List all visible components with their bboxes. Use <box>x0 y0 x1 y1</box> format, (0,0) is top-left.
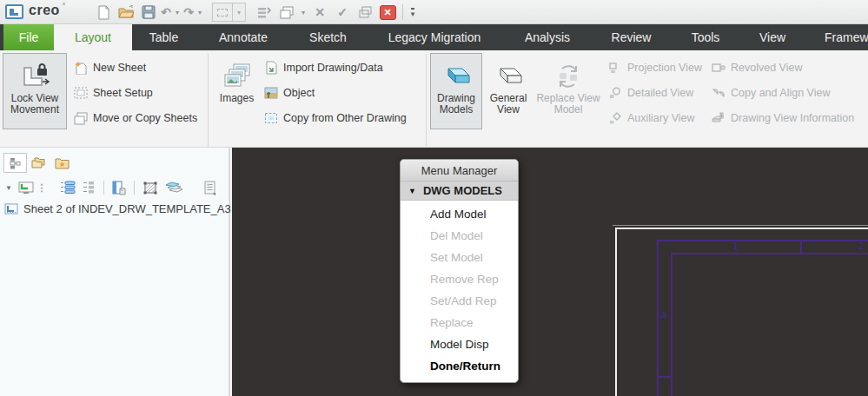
customize-qat-button[interactable]: ▾ <box>407 3 419 22</box>
button-label: Import Drawing/Data <box>283 62 383 74</box>
tab-annotate[interactable]: Annotate <box>195 24 291 50</box>
button-label: Drawing Models <box>431 93 481 116</box>
tab-label: Table <box>149 30 178 44</box>
toolbar-separator <box>134 181 135 195</box>
regenerate-button[interactable] <box>253 3 275 22</box>
stop-button[interactable]: ✕ <box>376 3 399 22</box>
section-collapse-icon: ▼ <box>408 187 416 195</box>
tab-file[interactable]: File <box>3 24 54 50</box>
zone-row-divider <box>657 376 673 378</box>
menu-manager-title[interactable]: Menu Manager <box>401 160 518 182</box>
show-tree-button[interactable] <box>16 178 36 197</box>
copy-from-other-drawing-button[interactable]: Copy from Other Drawing <box>263 108 407 129</box>
move-copy-sheets-icon <box>74 112 88 125</box>
tree-columns-button[interactable] <box>109 178 129 197</box>
menu-item-add-model[interactable]: Add Model <box>401 203 518 225</box>
drawing-view-info-icon: i <box>712 112 726 124</box>
tab-label: File <box>19 30 39 44</box>
accept-button[interactable]: ✓ <box>331 3 354 22</box>
tab-framework[interactable]: Framework <box>805 24 868 50</box>
tab-folder-browser[interactable] <box>27 153 50 173</box>
tab-view[interactable]: View <box>739 24 805 50</box>
new-file-button[interactable] <box>92 3 115 22</box>
menu-item-model-disp[interactable]: Model Disp <box>401 333 518 355</box>
window-dropdown-icon[interactable]: ▾ <box>298 9 308 16</box>
redo-dropdown-icon[interactable]: ▾ <box>195 9 205 16</box>
drawing-models-button[interactable]: Drawing Models <box>430 53 482 129</box>
window-icon <box>280 6 294 19</box>
drawing-models-icon <box>440 63 473 89</box>
tab-analysis[interactable]: Analysis <box>504 24 591 50</box>
sheet-setup-button[interactable]: Sheet Setup <box>73 82 153 103</box>
filter-frame-icon <box>142 181 158 195</box>
tree-dropdown-icon[interactable]: ▼ <box>2 178 16 197</box>
menu-section-dwg-models[interactable]: ▼ DWG MODELS <box>401 182 518 201</box>
tree-filter-button[interactable] <box>139 178 162 197</box>
select-box-button[interactable] <box>212 3 233 22</box>
lock-view-movement-button[interactable]: Lock View Movement <box>3 53 67 129</box>
open-button[interactable] <box>115 3 137 22</box>
close-window-button[interactable]: ✕ <box>308 3 331 22</box>
sheet-edge-top <box>615 228 868 229</box>
list-expand-icon <box>60 181 76 195</box>
tree-item-label: Sheet 2 of INDEV_DRW_TEMPLATE_A3 <box>23 202 231 215</box>
drawing-canvas[interactable]: 1 2 A <box>232 148 868 396</box>
new-file-icon <box>97 5 110 20</box>
menu-item-set-model: Set Model <box>401 247 518 268</box>
projection-view-icon <box>609 63 621 74</box>
frame-inner-top <box>671 253 868 254</box>
undo-button[interactable]: ↶ <box>160 3 172 22</box>
menu-item-remove-rep: Remove Rep <box>401 268 518 290</box>
layers-icon <box>164 181 183 195</box>
zone-column-divider <box>800 240 802 254</box>
window-button[interactable] <box>275 3 298 22</box>
tab-legacy-migration[interactable]: Legacy Migration <box>365 24 504 50</box>
folders-icon <box>31 157 46 169</box>
tab-review[interactable]: Review <box>591 24 672 50</box>
menu-manager-panel: Menu Manager ▼ DWG MODELS Add Model Del … <box>400 159 519 383</box>
menu-item-del-model: Del Model <box>401 225 518 247</box>
redo-button[interactable]: ↷ <box>182 3 195 22</box>
drawing-view-information-button: i Drawing View Information <box>711 108 854 129</box>
detailed-view-button: Detailed View <box>607 82 693 103</box>
cascade-windows-button[interactable] <box>354 3 376 22</box>
list-collapse-icon <box>82 181 96 195</box>
menu-item-list: Add Model Del Model Set Model Remove Rep… <box>401 201 518 382</box>
sheet-edge-left <box>615 228 617 396</box>
favorites-folder-icon <box>55 157 70 169</box>
tree-item-sheet2[interactable]: Sheet 2 of INDEV_DRW_TEMPLATE_A3 <box>4 202 231 215</box>
button-label: Move or Copy Sheets <box>93 112 197 124</box>
layers-button[interactable] <box>162 178 186 197</box>
tab-layout[interactable]: Layout <box>54 24 132 50</box>
move-or-copy-sheets-button[interactable]: Move or Copy Sheets <box>73 108 197 129</box>
images-icon <box>222 63 253 90</box>
menu-section-label: DWG MODELS <box>423 184 502 197</box>
tab-tools[interactable]: Tools <box>672 24 739 50</box>
images-button[interactable]: Images <box>214 53 260 129</box>
more-options-icon[interactable]: ⋮ <box>36 178 47 197</box>
menu-item-done-return[interactable]: Done/Return <box>401 355 518 377</box>
tab-model-tree[interactable] <box>3 153 27 173</box>
button-label: Detailed View <box>627 87 693 99</box>
object-button[interactable]: Object <box>263 82 315 103</box>
tab-favorites[interactable] <box>50 153 74 173</box>
save-button[interactable] <box>137 3 160 22</box>
tab-sketch[interactable]: Sketch <box>291 24 365 50</box>
new-sheet-button[interactable]: New Sheet <box>73 57 146 78</box>
import-drawing-data-button[interactable]: Import Drawing/Data <box>263 57 383 78</box>
collapse-list-button[interactable] <box>78 178 99 197</box>
cascade-windows-icon <box>359 6 372 19</box>
tree-settings-button[interactable] <box>198 178 221 197</box>
quick-access-toolbar: ↶ ▾ ↷ ▾ ▾ ▾ ✕ ✓ ✕ ▾ <box>92 3 419 22</box>
auxiliary-view-button: Auxiliary View <box>607 108 695 129</box>
zone-label-1: 1 <box>729 241 741 251</box>
zone-label-2: 2 <box>855 241 867 251</box>
tab-label: View <box>759 30 785 44</box>
tab-table[interactable]: Table <box>132 24 195 50</box>
stop-icon: ✕ <box>380 5 396 20</box>
general-view-button[interactable]: General View <box>484 53 533 129</box>
app-name: creo <box>29 3 60 18</box>
select-dropdown-icon[interactable]: ▾ <box>233 3 246 22</box>
undo-dropdown-icon[interactable]: ▾ <box>172 9 182 16</box>
expand-list-button[interactable] <box>57 178 78 197</box>
